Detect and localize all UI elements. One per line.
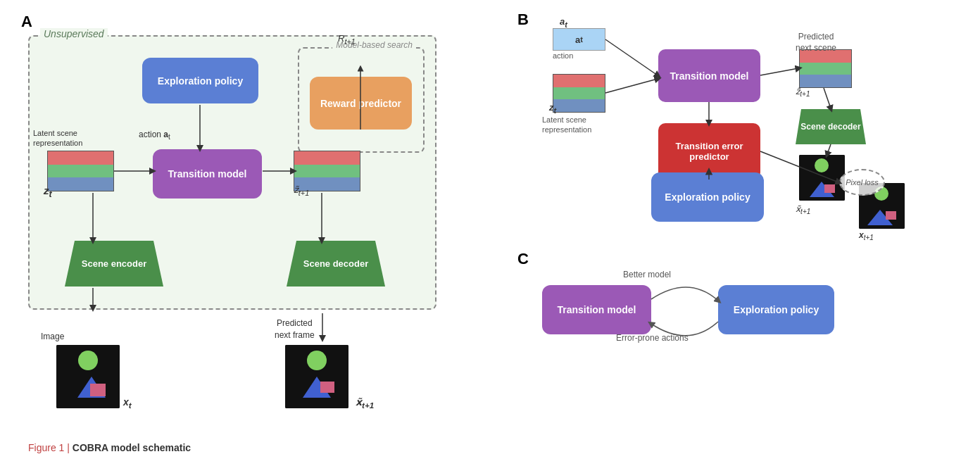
figure-caption-bold: COBRA model schematic <box>73 442 191 453</box>
transition-model-box-a: Transition model <box>153 149 262 199</box>
reward-predictor-box: Reward predictor <box>310 77 412 130</box>
xt-label-a: xt <box>123 396 132 410</box>
diagram-c: C Transition model Exploration policy Be… <box>514 250 959 391</box>
svg-line-26 <box>760 68 798 75</box>
output-image-b <box>799 155 845 201</box>
svg-point-8 <box>78 351 98 370</box>
model-based-box: Model-based search Reward predictor Rt+1 <box>298 47 425 153</box>
scene-decoder-box-b: Scene decoder <box>796 109 866 144</box>
svg-point-17 <box>815 158 829 172</box>
at-label-b: at <box>560 16 567 29</box>
transition-error-box-b: Transition error predictor <box>658 123 760 180</box>
panel-bc: B at at action zt Latent scenerepresenta… <box>507 7 966 459</box>
latent-bars-zt1-b <box>799 49 852 88</box>
zt1-label-a: z̃t+1 <box>294 184 309 197</box>
input-image-a <box>56 345 120 408</box>
zt1-tilde-label-b: z̃t+1 <box>796 87 810 98</box>
r-t1-label: Rt+1 <box>338 33 356 46</box>
exploration-policy-box-c: Exploration policy <box>718 285 834 334</box>
figure-caption: Figure 1 | COBRA model schematic <box>28 442 191 453</box>
xt1-label-b: xt+1 <box>859 230 874 241</box>
error-prone-label: Error-prone actions <box>616 333 689 343</box>
svg-line-24 <box>605 39 658 75</box>
svg-rect-10 <box>90 384 106 396</box>
figure-caption-text: Figure 1 | <box>28 442 70 453</box>
transition-model-box-b: Transition model <box>658 49 760 102</box>
zt-label-a: zt <box>44 184 52 199</box>
section-label-b: B <box>517 11 529 29</box>
bar-red-b <box>553 75 605 87</box>
x-tilde-t1-label-b: x̃t+1 <box>796 204 810 215</box>
better-model-label: Better model <box>623 270 671 279</box>
svg-rect-23 <box>886 211 896 220</box>
section-label-c: C <box>517 250 529 268</box>
bar-green-b-r <box>800 63 851 75</box>
scene-decoder-box-a: Scene decoder <box>287 241 385 286</box>
transition-model-box-c: Transition model <box>542 285 651 334</box>
scene-svg-b-out <box>799 155 845 201</box>
latent-scene-label-a: Latent scenerepresentation <box>33 128 82 149</box>
svg-line-25 <box>605 79 658 93</box>
xt1-tilde-label-a: x̃t+1 <box>356 396 374 410</box>
scene-svg-output <box>285 345 348 408</box>
action-bar-b: at <box>553 28 605 51</box>
bar-blue-b-r <box>800 75 851 87</box>
svg-rect-19 <box>824 184 835 193</box>
panel-a: A Unsupervised Model-based search Reward… <box>14 7 507 459</box>
svg-line-29 <box>827 144 831 154</box>
bar-green-b <box>553 87 605 100</box>
zt-label-b: zt <box>549 102 556 115</box>
scene-svg-input <box>56 345 120 408</box>
scene-encoder-box-a: Scene encoder <box>65 241 163 286</box>
output-image-a <box>285 345 348 408</box>
svg-line-28 <box>824 88 831 108</box>
image-label-a: Image <box>41 332 64 341</box>
bar-blue <box>48 177 113 191</box>
bar-green-right <box>294 165 360 178</box>
exploration-policy-box-b: Exploration policy <box>651 172 764 222</box>
bar-blue-b <box>553 99 605 112</box>
pixel-loss-label: Pixel loss <box>839 169 885 196</box>
action-text-b: action <box>553 51 573 60</box>
action-label-a: action at <box>139 130 170 141</box>
latent-scene-label-b: Latent scenerepresentation <box>542 115 591 135</box>
predicted-next-scene-label: Predictednext scene <box>796 32 836 53</box>
unsupervised-label: Unsupervised <box>40 28 108 39</box>
latent-bars-zt-a <box>47 151 114 191</box>
latent-bars-zt-b <box>553 74 605 113</box>
bar-green <box>48 165 113 178</box>
svg-point-12 <box>307 351 327 370</box>
predicted-next-frame-label-a: Predictednext frame <box>275 317 315 341</box>
svg-rect-14 <box>320 382 334 393</box>
bar-red-right <box>294 151 360 165</box>
exploration-policy-box-a: Exploration policy <box>142 58 258 103</box>
main-container: A Unsupervised Model-based search Reward… <box>0 0 980 466</box>
diagram-a: Unsupervised Model-based search Reward p… <box>21 28 486 443</box>
bar-red <box>48 151 113 165</box>
diagram-b: B at at action zt Latent scenerepresenta… <box>514 11 959 243</box>
unsupervised-box: Unsupervised Model-based search Reward p… <box>28 35 436 310</box>
